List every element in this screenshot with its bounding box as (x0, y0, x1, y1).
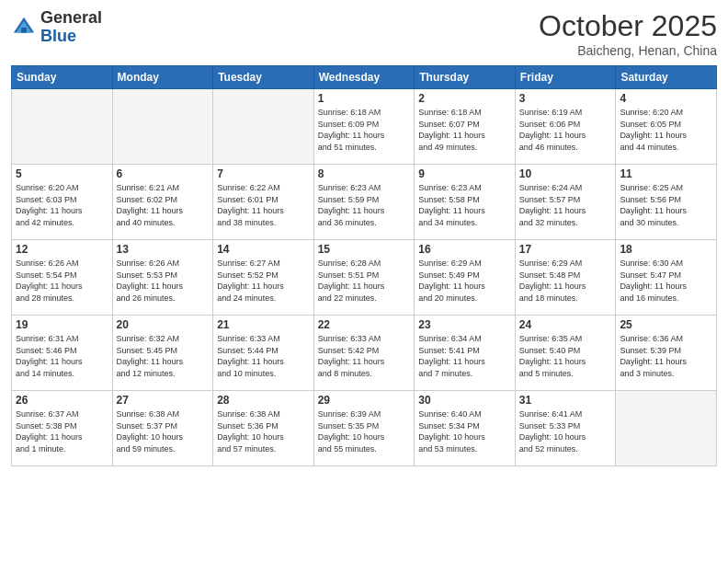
day-number: 21 (217, 318, 310, 331)
day-info: Sunrise: 6:26 AM Sunset: 5:54 PM Dayligh… (16, 258, 108, 304)
calendar-cell: 16Sunrise: 6:29 AM Sunset: 5:49 PM Dayli… (415, 240, 516, 316)
day-info: Sunrise: 6:21 AM Sunset: 6:02 PM Dayligh… (117, 182, 210, 228)
day-number: 28 (217, 394, 310, 407)
day-info: Sunrise: 6:30 AM Sunset: 5:47 PM Dayligh… (620, 258, 712, 304)
weekday-header-saturday: Saturday (616, 66, 717, 89)
day-info: Sunrise: 6:33 AM Sunset: 5:44 PM Dayligh… (217, 333, 310, 379)
day-info: Sunrise: 6:35 AM Sunset: 5:40 PM Dayligh… (519, 333, 612, 379)
calendar-cell: 3Sunrise: 6:19 AM Sunset: 6:06 PM Daylig… (515, 89, 616, 165)
day-info: Sunrise: 6:26 AM Sunset: 5:53 PM Dayligh… (117, 258, 210, 304)
day-info: Sunrise: 6:32 AM Sunset: 5:45 PM Dayligh… (117, 333, 210, 379)
day-info: Sunrise: 6:34 AM Sunset: 5:41 PM Dayligh… (418, 333, 511, 379)
day-info: Sunrise: 6:19 AM Sunset: 6:06 PM Dayligh… (519, 107, 612, 153)
day-info: Sunrise: 6:18 AM Sunset: 6:07 PM Dayligh… (418, 107, 511, 153)
calendar-cell (616, 391, 717, 466)
calendar-cell: 5Sunrise: 6:20 AM Sunset: 6:03 PM Daylig… (12, 165, 113, 240)
logo-text: General Blue (40, 9, 102, 46)
day-number: 7 (217, 167, 310, 180)
day-number: 1 (318, 92, 411, 105)
calendar-week-row: 1Sunrise: 6:18 AM Sunset: 6:09 PM Daylig… (12, 89, 717, 165)
title-block: October 2025 Baicheng, Henan, China (539, 9, 717, 58)
day-info: Sunrise: 6:40 AM Sunset: 5:34 PM Dayligh… (418, 408, 511, 454)
day-number: 8 (318, 167, 411, 180)
weekday-header-friday: Friday (515, 66, 616, 89)
calendar-cell: 10Sunrise: 6:24 AM Sunset: 5:57 PM Dayli… (515, 165, 616, 240)
logo: General Blue (11, 9, 102, 46)
day-info: Sunrise: 6:37 AM Sunset: 5:38 PM Dayligh… (16, 408, 108, 454)
day-info: Sunrise: 6:29 AM Sunset: 5:49 PM Dayligh… (418, 258, 511, 304)
calendar-cell: 15Sunrise: 6:28 AM Sunset: 5:51 PM Dayli… (313, 240, 415, 316)
day-number: 10 (519, 167, 612, 180)
day-number: 25 (620, 318, 712, 331)
calendar-cell: 31Sunrise: 6:41 AM Sunset: 5:33 PM Dayli… (515, 391, 616, 466)
calendar-cell: 22Sunrise: 6:33 AM Sunset: 5:42 PM Dayli… (313, 316, 415, 391)
weekday-header-tuesday: Tuesday (213, 66, 314, 89)
calendar-cell: 29Sunrise: 6:39 AM Sunset: 5:35 PM Dayli… (313, 391, 415, 466)
location-subtitle: Baicheng, Henan, China (539, 43, 717, 58)
calendar-cell: 12Sunrise: 6:26 AM Sunset: 5:54 PM Dayli… (12, 240, 113, 316)
weekday-header-row: SundayMondayTuesdayWednesdayThursdayFrid… (12, 66, 717, 89)
day-number: 13 (117, 243, 210, 256)
day-info: Sunrise: 6:31 AM Sunset: 5:46 PM Dayligh… (16, 333, 108, 379)
calendar-cell: 27Sunrise: 6:38 AM Sunset: 5:37 PM Dayli… (112, 391, 213, 466)
calendar-cell: 7Sunrise: 6:22 AM Sunset: 6:01 PM Daylig… (213, 165, 314, 240)
day-number: 5 (16, 167, 108, 180)
day-number: 18 (620, 243, 712, 256)
day-number: 12 (16, 243, 108, 256)
calendar-cell (213, 89, 314, 165)
calendar-cell: 26Sunrise: 6:37 AM Sunset: 5:38 PM Dayli… (12, 391, 113, 466)
weekday-header-thursday: Thursday (415, 66, 516, 89)
day-number: 31 (519, 394, 612, 407)
calendar-cell: 8Sunrise: 6:23 AM Sunset: 5:59 PM Daylig… (313, 165, 415, 240)
day-info: Sunrise: 6:27 AM Sunset: 5:52 PM Dayligh… (217, 258, 310, 304)
day-number: 23 (418, 318, 511, 331)
day-info: Sunrise: 6:20 AM Sunset: 6:05 PM Dayligh… (620, 107, 712, 153)
day-info: Sunrise: 6:22 AM Sunset: 6:01 PM Dayligh… (217, 182, 310, 228)
day-info: Sunrise: 6:23 AM Sunset: 5:58 PM Dayligh… (418, 182, 511, 228)
weekday-header-wednesday: Wednesday (313, 66, 415, 89)
day-info: Sunrise: 6:24 AM Sunset: 5:57 PM Dayligh… (519, 182, 612, 228)
calendar-cell: 19Sunrise: 6:31 AM Sunset: 5:46 PM Dayli… (12, 316, 113, 391)
day-number: 24 (519, 318, 612, 331)
calendar-cell: 9Sunrise: 6:23 AM Sunset: 5:58 PM Daylig… (415, 165, 516, 240)
calendar-cell: 20Sunrise: 6:32 AM Sunset: 5:45 PM Dayli… (112, 316, 213, 391)
day-number: 16 (418, 243, 511, 256)
day-number: 30 (418, 394, 511, 407)
day-number: 22 (318, 318, 411, 331)
calendar-cell: 24Sunrise: 6:35 AM Sunset: 5:40 PM Dayli… (515, 316, 616, 391)
day-number: 17 (519, 243, 612, 256)
day-info: Sunrise: 6:20 AM Sunset: 6:03 PM Dayligh… (16, 182, 108, 228)
calendar-cell: 21Sunrise: 6:33 AM Sunset: 5:44 PM Dayli… (213, 316, 314, 391)
calendar-week-row: 5Sunrise: 6:20 AM Sunset: 6:03 PM Daylig… (12, 165, 717, 240)
day-number: 2 (418, 92, 511, 105)
calendar-cell: 17Sunrise: 6:29 AM Sunset: 5:48 PM Dayli… (515, 240, 616, 316)
day-info: Sunrise: 6:39 AM Sunset: 5:35 PM Dayligh… (318, 408, 411, 454)
day-number: 14 (217, 243, 310, 256)
day-info: Sunrise: 6:38 AM Sunset: 5:37 PM Dayligh… (117, 408, 210, 454)
calendar-table: SundayMondayTuesdayWednesdayThursdayFrid… (11, 65, 717, 466)
logo-icon (11, 15, 37, 40)
calendar-cell: 11Sunrise: 6:25 AM Sunset: 5:56 PM Dayli… (616, 165, 717, 240)
svg-rect-2 (21, 28, 27, 33)
calendar-cell: 18Sunrise: 6:30 AM Sunset: 5:47 PM Dayli… (616, 240, 717, 316)
day-number: 29 (318, 394, 411, 407)
calendar-cell: 2Sunrise: 6:18 AM Sunset: 6:07 PM Daylig… (415, 89, 516, 165)
calendar-cell: 23Sunrise: 6:34 AM Sunset: 5:41 PM Dayli… (415, 316, 516, 391)
day-number: 15 (318, 243, 411, 256)
day-number: 3 (519, 92, 612, 105)
day-number: 11 (620, 167, 712, 180)
day-number: 6 (117, 167, 210, 180)
day-info: Sunrise: 6:33 AM Sunset: 5:42 PM Dayligh… (318, 333, 411, 379)
calendar-cell: 30Sunrise: 6:40 AM Sunset: 5:34 PM Dayli… (415, 391, 516, 466)
day-number: 19 (16, 318, 108, 331)
calendar-cell: 1Sunrise: 6:18 AM Sunset: 6:09 PM Daylig… (313, 89, 415, 165)
calendar-week-row: 19Sunrise: 6:31 AM Sunset: 5:46 PM Dayli… (12, 316, 717, 391)
month-title: October 2025 (539, 9, 717, 43)
calendar-cell: 25Sunrise: 6:36 AM Sunset: 5:39 PM Dayli… (616, 316, 717, 391)
day-info: Sunrise: 6:38 AM Sunset: 5:36 PM Dayligh… (217, 408, 310, 454)
day-number: 4 (620, 92, 712, 105)
day-info: Sunrise: 6:29 AM Sunset: 5:48 PM Dayligh… (519, 258, 612, 304)
calendar-cell: 28Sunrise: 6:38 AM Sunset: 5:36 PM Dayli… (213, 391, 314, 466)
day-number: 26 (16, 394, 108, 407)
calendar-cell (112, 89, 213, 165)
